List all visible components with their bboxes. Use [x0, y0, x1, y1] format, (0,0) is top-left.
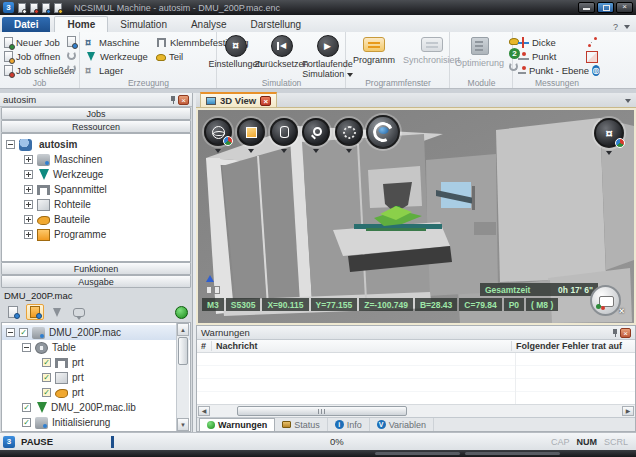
tree-row-rohteile[interactable]: Rohteile: [2, 197, 190, 212]
view-parts-button[interactable]: [26, 304, 44, 320]
checkbox-checked[interactable]: ✓: [42, 358, 51, 367]
checkbox-checked[interactable]: ✓: [22, 403, 31, 412]
view-document-button[interactable]: [4, 304, 22, 320]
tab-close-icon[interactable]: ×: [260, 96, 271, 106]
recent-job-icon[interactable]: [67, 64, 76, 73]
stock-view-button[interactable]: [270, 118, 298, 146]
dropdown-caret-icon[interactable]: [248, 149, 254, 153]
section-funktionen[interactable]: Funktionen: [1, 262, 191, 275]
view-tools-button[interactable]: [48, 304, 66, 320]
punkt-ebene-button[interactable]: Punkt - Ebene ◎: [518, 63, 600, 77]
selection-button[interactable]: [335, 118, 363, 146]
tree-row-root[interactable]: autosim: [2, 137, 190, 152]
hud-panel-button[interactable]: [590, 285, 621, 316]
reload-job-icon[interactable]: [67, 51, 76, 60]
section-jobs[interactable]: Jobs: [1, 107, 191, 120]
ribbon-collapse-icon[interactable]: [624, 25, 630, 29]
tab-list-icon[interactable]: [625, 99, 631, 103]
vertical-scrollbar[interactable]: ▲ ▼: [176, 323, 189, 431]
scroll-left-icon[interactable]: ◀: [198, 406, 210, 416]
expand-icon[interactable]: [24, 200, 33, 209]
tree-row-werkzeuge[interactable]: Werkzeuge: [2, 167, 190, 182]
horizontal-scrollbar[interactable]: ◀ ▶: [197, 404, 635, 417]
werkzeuge-button[interactable]: Werkzeuge: [85, 49, 148, 63]
checkbox-checked[interactable]: ✓: [42, 373, 51, 382]
collapse-icon[interactable]: [6, 140, 15, 149]
pin-icon[interactable]: [613, 329, 617, 337]
app-logo-icon[interactable]: 3: [3, 2, 14, 13]
tab-darstellung[interactable]: Darstellung: [239, 17, 314, 32]
zuruecksetzen-button[interactable]: ◀ Zurücksetzen: [259, 35, 305, 79]
dropdown-caret-icon[interactable]: [606, 151, 612, 155]
scroll-down-icon[interactable]: ▼: [177, 418, 189, 431]
job-row-prt3[interactable]: ✓ prt: [2, 385, 190, 400]
scroll-right-icon[interactable]: ▶: [622, 406, 634, 416]
viewport-3d[interactable]: ¤ Gesamtzeit 0h 17' 6" M3 S5305 X=90.115…: [196, 108, 636, 325]
tree-row-bauteile[interactable]: Bauteile: [2, 212, 190, 227]
tab-simulation[interactable]: Simulation: [108, 17, 179, 32]
einstellungen-button[interactable]: ¤ Einstellungen: [213, 35, 259, 79]
pin-icon[interactable]: [171, 96, 175, 104]
dropdown-caret-icon[interactable]: [281, 149, 287, 153]
job-row-prt1[interactable]: ✓ prt: [2, 355, 190, 370]
quick-access-export-icon[interactable]: [54, 3, 62, 13]
tab-home[interactable]: Home: [54, 16, 108, 32]
tab-variablen[interactable]: V Variablen: [370, 418, 434, 431]
tab-3d-view[interactable]: 3D View ×: [200, 92, 277, 107]
scroll-thumb[interactable]: [237, 406, 407, 416]
checkbox-checked[interactable]: ✓: [22, 418, 31, 427]
zoom-button[interactable]: [302, 118, 330, 146]
help-icon[interactable]: ?: [613, 22, 618, 32]
programm-button[interactable]: Programm: [353, 37, 395, 65]
column-fehler[interactable]: Folgender Fehler trat auf: [511, 341, 635, 351]
collapse-icon[interactable]: [22, 343, 31, 352]
tab-info[interactable]: i Info: [328, 418, 370, 431]
quick-access-save-icon[interactable]: [42, 3, 50, 13]
solid-view-button[interactable]: [237, 118, 265, 146]
optimierung-button[interactable]: Optimierung: [455, 37, 504, 71]
tab-analyse[interactable]: Analyse: [179, 17, 239, 32]
tree-row-spannmittel[interactable]: Spannmittel: [2, 182, 190, 197]
scroll-thumb[interactable]: [178, 337, 188, 365]
expand-icon[interactable]: [24, 170, 33, 179]
column-nachricht[interactable]: Nachricht: [211, 341, 511, 351]
job-row-lib[interactable]: ✓ DMU_200P.mac.lib: [2, 400, 190, 415]
distance-icon[interactable]: [587, 36, 598, 47]
expand-icon[interactable]: [24, 185, 33, 194]
panel-close-icon[interactable]: ×: [178, 95, 189, 105]
column-hash[interactable]: #: [197, 341, 211, 351]
expand-icon[interactable]: [24, 230, 33, 239]
close-button[interactable]: ×: [616, 2, 633, 13]
checkbox-checked[interactable]: ✓: [42, 388, 51, 397]
view-mode-button[interactable]: [204, 118, 232, 146]
copy-job-icon[interactable]: [67, 36, 76, 47]
fortlaufende-simulation-button[interactable]: ▶ Fortlaufende Simulation: [305, 35, 351, 79]
quick-access-new-icon[interactable]: [18, 3, 26, 13]
job-row-root[interactable]: ✓ DMU_200P.mac: [2, 325, 190, 340]
section-ressourcen[interactable]: Ressourcen: [1, 120, 191, 133]
section-ausgabe[interactable]: Ausgabe: [1, 275, 191, 288]
expand-icon[interactable]: [24, 155, 33, 164]
panel-close-icon[interactable]: ×: [620, 328, 631, 338]
minimize-button[interactable]: [578, 2, 595, 13]
tab-status[interactable]: Status: [275, 418, 328, 431]
tab-datei[interactable]: Datei: [2, 17, 50, 32]
maximize-button[interactable]: [597, 2, 614, 13]
tree-row-maschinen[interactable]: Maschinen: [2, 152, 190, 167]
dropdown-caret-icon[interactable]: [346, 149, 352, 153]
tab-warnungen[interactable]: Warnungen: [199, 418, 275, 431]
rotate-view-button[interactable]: [366, 115, 400, 149]
dropdown-caret-icon[interactable]: [215, 149, 221, 153]
camera-settings-button[interactable]: ¤: [594, 118, 624, 148]
job-row-init[interactable]: ✓ Initialisierung: [2, 415, 190, 430]
checkbox-checked[interactable]: ✓: [19, 328, 28, 337]
dropdown-caret-icon[interactable]: [313, 149, 319, 153]
comments-button[interactable]: [70, 304, 88, 320]
expand-icon[interactable]: [24, 215, 33, 224]
quick-access-open-icon[interactable]: [30, 3, 38, 13]
angle-icon[interactable]: [587, 52, 597, 62]
maschine-button[interactable]: ¤ Maschine: [85, 35, 148, 49]
job-row-prt2[interactable]: ✓ prt: [2, 370, 190, 385]
job-row-table[interactable]: Table: [2, 340, 190, 355]
collapse-icon[interactable]: [6, 328, 15, 337]
